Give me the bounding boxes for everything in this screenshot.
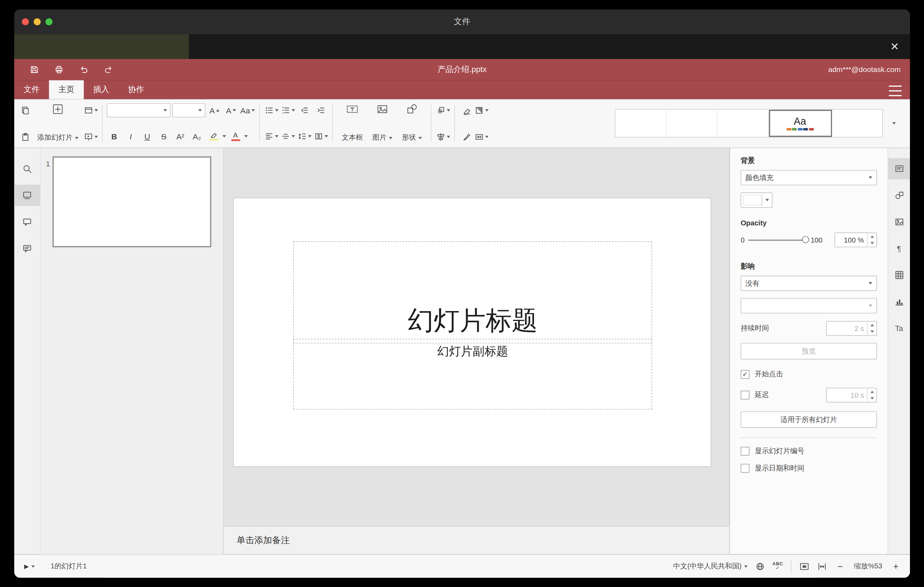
title-placeholder[interactable]: 幻灯片标题 [293, 242, 652, 344]
spin-down-icon[interactable] [868, 240, 876, 246]
vertical-align-button[interactable] [280, 129, 295, 143]
theme-option-2[interactable] [667, 110, 718, 137]
color-scheme-button[interactable] [474, 102, 489, 117]
tab-collaboration[interactable]: 协作 [119, 81, 153, 99]
fill-color-picker[interactable] [741, 192, 773, 208]
fill-type-select[interactable]: 颜色填充 [741, 170, 877, 185]
save-icon[interactable] [26, 62, 43, 77]
bold-button[interactable]: B [107, 129, 122, 143]
close-traffic-icon[interactable] [22, 18, 29, 25]
change-case-button[interactable]: Aa [240, 103, 255, 118]
theme-option-selected[interactable]: Aa [769, 110, 832, 137]
italic-button[interactable]: I [123, 129, 138, 143]
horizontal-align-button[interactable] [264, 129, 279, 143]
language-menu[interactable]: 中文(中华人民共和国) [673, 561, 748, 572]
spin-up-icon[interactable] [868, 388, 876, 395]
strikeout-button[interactable]: S [156, 129, 171, 143]
print-icon[interactable] [51, 62, 68, 77]
slide-layout-button[interactable] [83, 102, 98, 117]
bullets-button[interactable] [264, 103, 279, 118]
underline-button[interactable]: U [140, 129, 155, 143]
line-spacing-button[interactable] [297, 129, 312, 143]
redo-icon[interactable] [101, 62, 117, 77]
arrange-shapes-button[interactable] [436, 102, 450, 117]
highlight-color-button[interactable] [206, 129, 226, 143]
opacity-slider[interactable] [748, 239, 807, 241]
tab-home[interactable]: 主页 [49, 81, 84, 99]
delay-checkbox[interactable] [741, 391, 749, 399]
superscript-button[interactable]: A² [173, 129, 188, 143]
hamburger-menu-icon[interactable] [889, 84, 902, 97]
textbox-button[interactable]: 文本框 [337, 99, 368, 147]
spin-up-icon[interactable] [868, 233, 876, 240]
decrease-font-button[interactable]: A [224, 103, 238, 118]
start-preview-button[interactable]: ▶ [21, 559, 38, 573]
chart-settings-icon[interactable] [888, 291, 910, 312]
start-on-click-checkbox[interactable]: ✓ [741, 370, 749, 379]
spellcheck-icon[interactable]: ABC ✓ [772, 562, 783, 571]
undo-icon[interactable] [76, 62, 92, 77]
slide-settings-icon[interactable] [888, 158, 910, 180]
duration-spinner[interactable]: 2 s [826, 321, 877, 336]
opacity-spinner[interactable]: 100 % [835, 232, 877, 247]
preview-button[interactable]: 预览 [741, 343, 877, 359]
start-slideshow-button[interactable] [83, 129, 98, 144]
fit-width-icon[interactable] [817, 561, 827, 571]
spin-up-icon[interactable] [868, 322, 876, 328]
subscript-button[interactable]: A₂ [190, 129, 204, 143]
search-icon[interactable] [14, 158, 40, 180]
minimize-traffic-icon[interactable] [34, 18, 41, 25]
theme-gallery-expand-button[interactable] [886, 110, 902, 137]
show-slide-number-checkbox[interactable] [741, 447, 749, 456]
numbering-button[interactable] [280, 103, 295, 118]
align-shapes-button[interactable] [436, 129, 450, 144]
spin-down-icon[interactable] [868, 395, 876, 402]
clear-style-button[interactable] [459, 102, 474, 117]
show-date-checkbox[interactable] [741, 464, 749, 473]
font-color-button[interactable]: A [228, 129, 248, 143]
tab-file[interactable]: 文件 [14, 81, 49, 99]
slide-size-button[interactable] [474, 129, 489, 144]
zoom-in-button[interactable]: + [890, 560, 902, 572]
copy-style-button[interactable] [459, 129, 474, 144]
increase-font-button[interactable]: A [207, 103, 222, 118]
apply-to-all-button[interactable]: 适用于所有幻灯片 [741, 411, 877, 428]
add-slide-button[interactable]: 添加幻灯片 [32, 99, 83, 147]
decrease-indent-button[interactable] [297, 103, 312, 118]
slide-thumbnail-1[interactable] [53, 156, 211, 247]
comments-icon[interactable] [14, 211, 40, 233]
paragraph-settings-icon[interactable]: ¶ [888, 238, 910, 259]
subtitle-placeholder[interactable]: 幻灯片副标题 [293, 339, 652, 410]
slides-panel-icon[interactable] [14, 185, 40, 206]
image-button[interactable]: 图片 [368, 99, 397, 147]
fit-slide-icon[interactable] [799, 561, 810, 571]
shape-button[interactable]: 形状 [397, 99, 427, 147]
shape-settings-icon[interactable] [888, 185, 910, 206]
table-settings-icon[interactable] [888, 264, 910, 286]
image-settings-icon[interactable] [888, 211, 910, 233]
theme-option-3[interactable] [718, 110, 769, 137]
opacity-slider-knob[interactable] [802, 236, 809, 243]
theme-option-1[interactable] [615, 110, 666, 137]
close-icon[interactable]: ✕ [886, 38, 903, 55]
copy-icon[interactable] [18, 102, 32, 117]
textart-settings-icon[interactable]: Ta [888, 317, 910, 339]
tab-insert[interactable]: 插入 [84, 81, 119, 99]
effect-select[interactable]: 没有 [741, 275, 877, 291]
chat-icon[interactable] [14, 238, 40, 259]
zoom-out-button[interactable]: − [835, 560, 846, 572]
font-name-combo[interactable] [107, 103, 171, 117]
slide-canvas[interactable]: 幻灯片标题 幻灯片副标题 [224, 148, 729, 526]
document-language-icon[interactable] [755, 561, 765, 571]
columns-button[interactable] [314, 129, 328, 143]
effect-type-select[interactable] [741, 298, 877, 313]
paste-icon[interactable] [18, 129, 32, 144]
maximize-traffic-icon[interactable] [45, 18, 52, 25]
slide[interactable]: 幻灯片标题 幻灯片副标题 [234, 198, 711, 466]
spin-down-icon[interactable] [868, 328, 876, 335]
delay-spinner[interactable]: 10 s [826, 387, 877, 402]
notes-area[interactable]: 单击添加备注 [224, 526, 729, 554]
increase-indent-button[interactable] [314, 103, 328, 118]
font-size-combo[interactable] [172, 103, 205, 117]
theme-option-5[interactable] [832, 110, 882, 137]
